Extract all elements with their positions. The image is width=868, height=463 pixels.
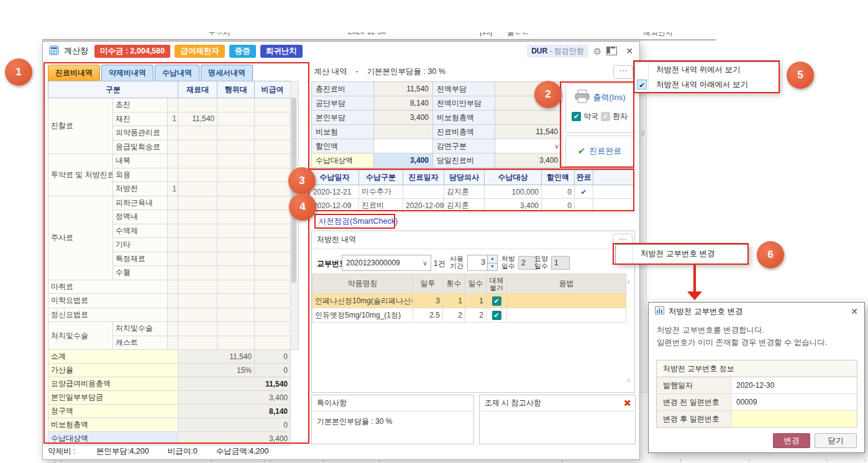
calc-row: 비보험진료비총액11,540: [312, 125, 562, 139]
discount-type-select[interactable]: ∨: [495, 139, 562, 154]
fee-value-material: 11,540: [178, 112, 217, 126]
receipt-row[interactable]: 2020-12-21미수추가김지훈100,0000✔: [311, 185, 634, 199]
receipt-row[interactable]: 2020-12-09진료비2020-12-09김지훈3,4000: [311, 199, 634, 213]
pharmacy-fee-item: 본인부담:4,200: [96, 447, 149, 456]
scroll-down-icon[interactable]: ∨: [626, 377, 631, 383]
fee-value-material: [178, 168, 217, 182]
calc-label: 진료비총액: [433, 125, 495, 139]
scrollbar-thumb[interactable]: [291, 98, 296, 283]
menu-item-view-1[interactable]: 처방전 내역 위에서 보기: [635, 62, 779, 77]
fee-table-row[interactable]: 이학요법료: [48, 294, 291, 308]
pharmacy-fee-item: 비급여:0: [168, 447, 198, 456]
calc-label: 전액미만부담: [433, 96, 495, 111]
fee-category: 투약료 및 처방진료: [48, 154, 113, 196]
fee-value-uninsured: [255, 308, 291, 322]
close-icon[interactable]: ✕: [626, 46, 633, 56]
tab-1[interactable]: 진료비내역: [48, 65, 100, 81]
fee-summary-label: 본인일부부담금: [48, 391, 178, 405]
treatment-complete-button[interactable]: ✔ 진료완료: [565, 135, 634, 167]
drug-header: 약품명칭: [313, 274, 413, 294]
calc-row: 공단부담8,140전액미만부담: [312, 96, 562, 111]
calc-row: 본인부담3,400비보험총액: [312, 111, 562, 125]
prescription-section-title: 처방전 내역: [317, 234, 356, 245]
fee-category: 이학요법료: [48, 294, 168, 308]
gear-icon[interactable]: ⚙: [593, 47, 601, 56]
calc-section-title: 계산 내역 - 기본본인부담율 : 30 %: [314, 66, 445, 77]
dialog-desc-line2: 일련번호가 이미 존재할 경우 변경할 수 없습니다.: [657, 336, 827, 349]
fee-value-material: [178, 322, 217, 336]
calc-label: 총진료비: [312, 82, 374, 96]
fee-value-material: [178, 224, 217, 238]
dialog-close-icon[interactable]: ✕: [851, 306, 858, 316]
status-badge: 희귀난치: [260, 45, 303, 58]
usage-period-stepper[interactable]: 3 ▲▼: [467, 255, 498, 271]
pharmacy-checkbox[interactable]: ✔: [572, 112, 581, 121]
receipt-type: 미수추가: [359, 185, 403, 199]
stepper-up-icon[interactable]: ▲: [488, 255, 497, 264]
menu-check-icon: ✔: [637, 80, 647, 89]
fee-summary-row: 가산율15%0: [48, 364, 291, 377]
dispense-note-body[interactable]: [480, 411, 635, 421]
stepper-down-icon[interactable]: ▼: [488, 264, 497, 271]
calc-label: 공단부담: [312, 96, 374, 111]
dialog-desc-line1: 처방전 교부번호를 변경합니다.: [657, 324, 827, 336]
pharmacy-fee-statusbar: 약제비 : 본인부담:4,200비급여:0수납금액:4,200: [48, 445, 634, 457]
receipt-done-check: ✔: [575, 185, 593, 199]
receipt-amount: 100,000: [485, 185, 542, 199]
scroll-up-icon[interactable]: ∧: [626, 278, 631, 285]
drug-header: 대체 불가: [487, 274, 507, 294]
calc-label: 비보험: [312, 125, 374, 139]
receipt-header: 수납대상: [485, 170, 542, 185]
calc-more-button[interactable]: ⋯: [613, 65, 633, 79]
tab-3[interactable]: 수납내역: [155, 65, 199, 81]
no-substitute-checkbox[interactable]: ✔: [492, 296, 501, 306]
calc-value[interactable]: [374, 139, 433, 154]
fee-value-procedure: [217, 196, 255, 210]
background-scrollbar[interactable]: [639, 80, 647, 393]
issue-number-info-group: 처방전 교부번호 정보 발행일자2020-12-30변경 전 일련번호00009…: [656, 360, 857, 428]
usage-period-label: 사용 기간: [450, 255, 464, 270]
fee-value-procedure: [217, 154, 255, 168]
fee-table-row[interactable]: 주사료피하근육내: [48, 196, 291, 210]
print-button[interactable]: 출력(Ins): [566, 89, 633, 105]
fee-summary-row: 수납대상액3,400: [48, 432, 291, 446]
no-substitute-checkbox[interactable]: ✔: [492, 311, 501, 320]
change-button[interactable]: 변경: [773, 433, 810, 448]
fee-table-row[interactable]: 처치및수술처치및수술: [48, 322, 291, 336]
titlebar: 계산창 미수금 : 2,004,580급여제한자중증희귀난치 DUR - 점검안…: [43, 42, 639, 60]
tab-2[interactable]: 약제비내역: [101, 65, 153, 81]
tab-4[interactable]: 명세서내역: [201, 65, 253, 81]
special-note-body[interactable]: 기본본인부담율 : 30 %: [312, 411, 473, 432]
receipt-doctor: 김지훈: [444, 185, 485, 199]
fee-table-row[interactable]: 투약료 및 처방진료내복: [48, 154, 291, 168]
calc-row: 총진료비11,540전액부담: [312, 82, 562, 96]
issue-number-dropdown[interactable]: 2020123000009 ∨: [342, 255, 431, 271]
delete-icon[interactable]: ✖: [623, 395, 631, 411]
receipt-care-date: 2020-12-09: [403, 199, 444, 213]
fee-table-row[interactable]: 정신요법료: [48, 308, 291, 322]
fee-summary-last: 0: [255, 350, 291, 364]
care-days-label: 요양 일수: [534, 255, 548, 270]
patient-checkbox[interactable]: ✔: [601, 112, 610, 121]
fee-value-uninsured: [255, 126, 291, 140]
drug-row[interactable]: 인페나신정10mg(솔리페나신숙311✔: [313, 294, 626, 308]
fee-table-scrollbar[interactable]: [290, 81, 299, 350]
calc-value: [495, 96, 562, 111]
status-badge: 급여제한자: [175, 45, 225, 58]
fee-value-material: [178, 154, 217, 168]
calc-row: 수납대상액3,400당일진료비3,400: [312, 154, 562, 168]
menu-item-view-2[interactable]: ✔처방전 내역 아래에서 보기: [635, 77, 779, 92]
menu-item-change-issue-number[interactable]: 처방전 교부번호 변경: [616, 245, 748, 263]
dialog-info-value[interactable]: [731, 411, 857, 427]
smartcheck-link[interactable]: 사전점검(SmartCheck): [319, 216, 398, 227]
drug-header: 횟수: [443, 274, 465, 294]
fee-table-row[interactable]: 마취료: [48, 280, 291, 294]
fee-table: 구분 재료대 행위대 비급여 진찰료초진재진111,540의약품관리료응급및회송…: [48, 81, 291, 446]
fee-value-uninsured: [255, 280, 291, 294]
dialog-close-button[interactable]: 닫기: [815, 433, 857, 448]
drug-row[interactable]: 인듀엣정5mg/10mg_(1정)2.522✔: [313, 308, 626, 323]
fee-table-row[interactable]: 진찰료초진: [48, 98, 291, 112]
change-issue-number-dialog: 처방전 교부번호 변경 ✕ 처방전 교부번호를 변경합니다. 일련번호가 이미 …: [648, 302, 865, 453]
layout-icon[interactable]: [606, 47, 617, 55]
fee-value-material: [178, 98, 217, 112]
